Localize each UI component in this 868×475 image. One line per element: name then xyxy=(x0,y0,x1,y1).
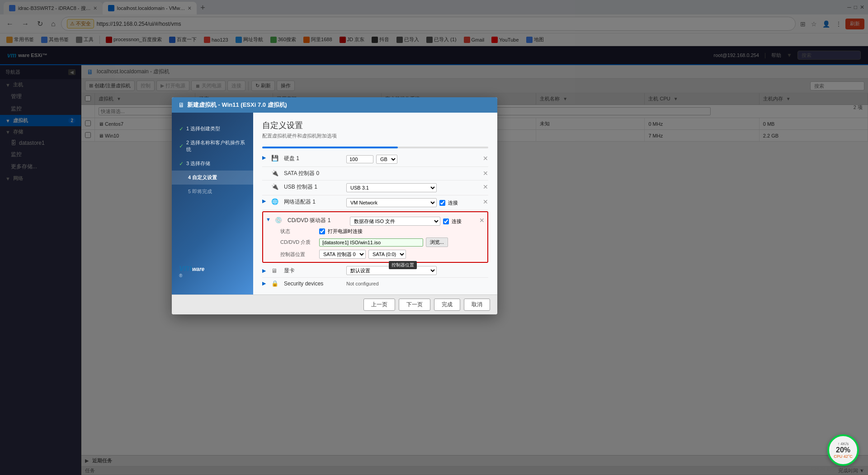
disk-label: 硬盘 1 xyxy=(284,155,343,162)
cdrom-connect-label: 连接 xyxy=(452,218,462,225)
hw-row-security: ▶ 🔒 Security devices Not configured xyxy=(262,278,488,289)
usb-label: USB 控制器 1 xyxy=(284,183,343,191)
disk-icon: 💾 xyxy=(271,155,280,162)
sata-icon: 🔌 xyxy=(271,170,280,176)
wizard-section-title: 自定义设置 xyxy=(262,120,488,131)
hw-row-network: ▶ 🌐 网络适配器 1 VM Network 连接 ✕ xyxy=(262,195,488,210)
prev-button[interactable]: 上一页 xyxy=(363,299,395,311)
sata-label: SATA 控制器 0 xyxy=(284,170,343,177)
security-label: Security devices xyxy=(284,280,343,287)
usb-version-select[interactable]: USB 3.1 USB 2.0 xyxy=(346,183,437,192)
cdrom-media-label: CD/DVD 介质 xyxy=(280,239,316,246)
wizard-step1-label: 1 选择创建类型 xyxy=(186,125,220,132)
hw-row-video: ▶ 🖥 显卡 默认设置 xyxy=(262,264,488,278)
wizard-step-5[interactable]: 5 即将完成 xyxy=(172,185,253,199)
wizard-sidebar: ✓ 1 选择创建类型 ✓ 2 选择名称和客户机操作系统 ✓ 3 选择存储 4 自… xyxy=(172,113,253,294)
finish-button[interactable]: 完成 xyxy=(434,299,460,311)
network-control: VM Network 连接 xyxy=(346,198,479,207)
cdrom-status-label: 状态 xyxy=(280,228,316,235)
video-label: 显卡 xyxy=(284,267,343,275)
usb-control: USB 3.1 USB 2.0 xyxy=(346,183,479,192)
cpu-speed-value: 4K/s xyxy=(840,442,849,446)
cpu-temp: CPU 42°C xyxy=(834,454,853,459)
cdrom-section: ▼ 💿 CD/DVD 驱动器 1 数据存储 ISO 文件 物理驱动器 无 连接 xyxy=(262,211,488,263)
network-select[interactable]: VM Network xyxy=(346,198,437,207)
scroll-indicator xyxy=(262,147,488,148)
cdrom-expand-icon[interactable]: ▼ xyxy=(266,217,271,222)
modal-title-bar: 🖥 新建虚拟机 - Win11 (ESXi 7.0 虚拟机) xyxy=(172,97,497,113)
scroll-track xyxy=(262,147,398,148)
controller-selects: SATA 控制器 0 SATA (0:0) xyxy=(319,250,406,259)
wizard-step-2[interactable]: ✓ 2 选择名称和客户机操作系统 xyxy=(172,136,253,157)
cancel-button[interactable]: 取消 xyxy=(464,299,490,311)
cdrom-type-select[interactable]: 数据存储 ISO 文件 物理驱动器 无 xyxy=(350,217,440,226)
cpu-widget: ↑ 4K/s 20% CPU 42°C xyxy=(827,434,859,466)
network-delete-button[interactable]: ✕ xyxy=(483,198,488,205)
wizard-step3-label: 3 选择存储 xyxy=(186,160,210,167)
disk-expand-icon[interactable]: ▶ xyxy=(262,155,268,161)
vmware-brand-logo: vmware® xyxy=(172,256,253,285)
wizard-check-1: ✓ xyxy=(179,126,184,132)
wizard-check-2: ✓ xyxy=(179,143,184,149)
csdn-watermark: CSDN @QQ719872578 xyxy=(811,466,864,471)
vmware-brand-suffix: ware xyxy=(192,266,204,272)
disk-unit-select[interactable]: GB MB xyxy=(376,155,397,164)
video-icon: 🖥 xyxy=(271,267,280,274)
disk-delete-button[interactable]: ✕ xyxy=(483,155,488,162)
cdrom-media-row: CD/DVD 介质 浏览... xyxy=(280,236,485,248)
security-icon: 🔒 xyxy=(271,280,280,287)
wizard-step-4[interactable]: 4 自定义设置 xyxy=(172,171,253,185)
ctrl-tooltip: 控制器位置 xyxy=(389,261,417,269)
hw-row-sata: 🔌 SATA 控制器 0 ✕ xyxy=(262,167,488,180)
vmware-brand-text: vm xyxy=(179,263,192,273)
ctrl-port-select[interactable]: SATA (0:0) xyxy=(368,250,406,259)
usb-icon: 🔌 xyxy=(271,183,280,190)
ctrl-controller-select[interactable]: SATA 控制器 0 xyxy=(319,250,366,259)
modal-title-icon: 🖥 xyxy=(178,101,184,109)
wizard-content: 自定义设置 配置虚拟机硬件和虚拟机附加选项 ▶ 💾 硬盘 1 GB MB xyxy=(253,113,497,294)
modal-footer: 上一页 下一页 完成 取消 xyxy=(172,294,497,314)
cdrom-label: CD/DVD 驱动器 1 xyxy=(288,217,346,224)
wizard-check-3: ✓ xyxy=(179,161,184,167)
sata-delete-button[interactable]: ✕ xyxy=(483,170,488,177)
network-connect-label: 连接 xyxy=(448,200,458,206)
usb-delete-button[interactable]: ✕ xyxy=(483,183,488,190)
wizard-step-3[interactable]: ✓ 3 选择存储 xyxy=(172,157,253,171)
cdrom-power-connect-checkbox[interactable] xyxy=(319,228,325,234)
hw-row-disk: ▶ 💾 硬盘 1 GB MB ✕ xyxy=(262,152,488,167)
cdrom-power-label: 打开电源时连接 xyxy=(328,228,363,235)
network-icon: 🌐 xyxy=(271,198,280,205)
new-vm-modal: 🖥 新建虚拟机 - Win11 (ESXi 7.0 虚拟机) ✓ 1 选择创建类… xyxy=(172,97,497,314)
cdrom-delete-button[interactable]: ✕ xyxy=(479,217,485,224)
wizard-step5-label: 5 即将完成 xyxy=(188,188,212,195)
cpu-percent: 20% xyxy=(836,446,850,454)
video-expand-icon[interactable]: ▶ xyxy=(262,268,268,274)
hw-row-usb: 🔌 USB 控制器 1 USB 3.1 USB 2.0 ✕ xyxy=(262,180,488,195)
wizard-step4-label: 4 自定义设置 xyxy=(188,174,217,181)
cdrom-iso-input[interactable] xyxy=(319,238,423,247)
disk-control: GB MB xyxy=(346,155,479,164)
vmware-brand-tagline: ® xyxy=(179,273,246,278)
modal-overlay: 🖥 新建虚拟机 - Win11 (ESXi 7.0 虚拟机) ✓ 1 选择创建类… xyxy=(0,0,868,475)
modal-title: 新建虚拟机 - Win11 (ESXi 7.0 虚拟机) xyxy=(187,101,287,109)
cdrom-ctrl-row: 控制器位置 SATA 控制器 0 SATA (0:0) 控制器位置 xyxy=(280,248,485,260)
hw-row-cdrom: ▼ 💿 CD/DVD 驱动器 1 数据存储 ISO 文件 物理驱动器 无 连接 xyxy=(266,214,485,227)
modal-body: ✓ 1 选择创建类型 ✓ 2 选择名称和客户机操作系统 ✓ 3 选择存储 4 自… xyxy=(172,113,497,294)
network-expand-icon[interactable]: ▶ xyxy=(262,198,268,204)
network-label: 网络适配器 1 xyxy=(284,198,343,206)
cdrom-browse-button[interactable]: 浏览... xyxy=(426,238,448,247)
video-control: 默认设置 xyxy=(346,266,488,275)
cdrom-control: 数据存储 ISO 文件 物理驱动器 无 连接 xyxy=(350,217,476,226)
disk-size-input[interactable] xyxy=(346,155,373,163)
cpu-speed-label: ↑ 4K/s xyxy=(838,442,849,446)
cdrom-connect-checkbox[interactable] xyxy=(443,218,449,224)
wizard-step-1[interactable]: ✓ 1 选择创建类型 xyxy=(172,122,253,136)
next-button[interactable]: 下一页 xyxy=(399,299,430,311)
cdrom-icon: 💿 xyxy=(275,217,284,223)
security-expand-icon[interactable]: ▶ xyxy=(262,280,268,286)
upload-arrow: ↑ xyxy=(838,442,840,446)
network-connect-checkbox[interactable] xyxy=(439,200,445,206)
wizard-subtitle: 配置虚拟机硬件和虚拟机附加选项 xyxy=(262,133,488,139)
wizard-step2-label: 2 选择名称和客户机操作系统 xyxy=(186,139,246,153)
security-value: Not configured xyxy=(346,281,379,286)
